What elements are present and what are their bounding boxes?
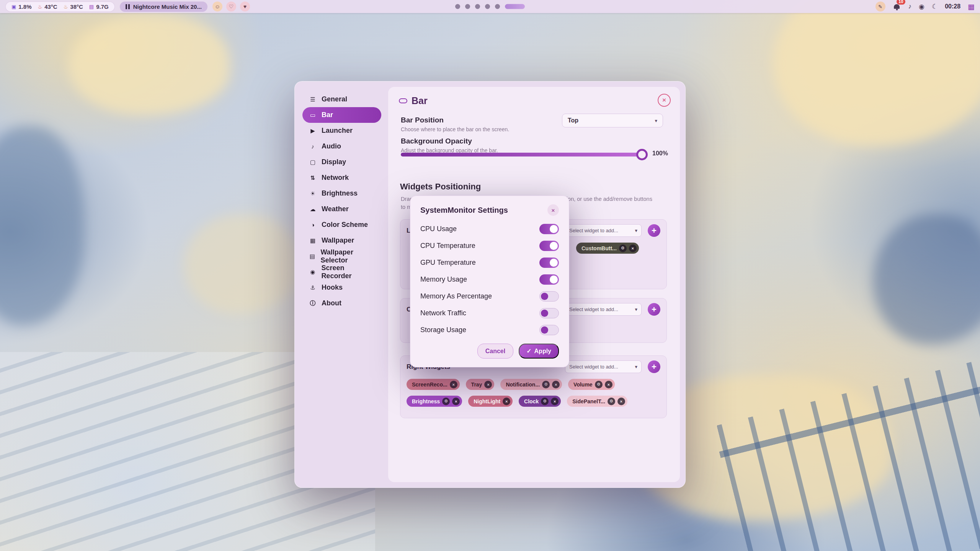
like-button[interactable]: ♥ — [240, 2, 250, 11]
volume-icon[interactable]: ♪ — [908, 3, 912, 10]
cancel-button[interactable]: Cancel — [477, 344, 513, 359]
workspace-dot[interactable] — [485, 4, 490, 9]
about-icon: ⓘ — [309, 300, 317, 307]
workspace-active-pill[interactable] — [505, 4, 525, 9]
sidebar-item-general[interactable]: ☰General — [302, 91, 381, 107]
widget-settings-icon[interactable]: ⚙ — [542, 381, 550, 388]
widget-remove-icon[interactable]: × — [629, 245, 637, 252]
toggle-memory-as-percentage[interactable] — [539, 291, 559, 302]
bar-position-value: Top — [568, 117, 578, 124]
workspace-dot[interactable] — [495, 4, 500, 9]
toggle-storage-usage[interactable] — [539, 325, 559, 335]
bell-icon — [894, 4, 900, 9]
add-widget-button[interactable]: + — [648, 224, 660, 237]
add-widget-placeholder: Select widget to add... — [569, 306, 618, 312]
bar-icon: ▭ — [309, 112, 317, 119]
cpu-usage-value: 1.8% — [18, 3, 31, 10]
sidebar-item-audio[interactable]: ♪Audio — [302, 139, 381, 154]
sidebar-item-weather[interactable]: ☁Weather — [302, 201, 381, 217]
sidebar-item-wallpaper-selector[interactable]: ▤Wallpaper Selector — [302, 248, 381, 264]
sidebar-item-label: Weather — [322, 205, 349, 213]
toggle-cpu-usage[interactable] — [539, 224, 559, 234]
sidebar-item-bar[interactable]: ▭Bar — [302, 107, 381, 123]
widget-chip-tray[interactable]: Tray× — [466, 379, 495, 390]
notifications-button[interactable]: 10 — [893, 2, 901, 11]
add-widget-dropdown[interactable]: Select widget to add...▾ — [565, 224, 642, 237]
widget-remove-icon[interactable]: × — [617, 398, 625, 405]
widget-remove-icon[interactable]: × — [605, 381, 612, 388]
widget-chip-clock[interactable]: Clock⚙× — [519, 396, 561, 407]
check-icon: ✓ — [526, 347, 531, 355]
modal-close-button[interactable]: × — [547, 204, 559, 216]
favorite-button[interactable]: ♡ — [226, 2, 236, 11]
sidebar-item-label: Audio — [322, 142, 341, 150]
sidebar-item-label: Bar — [322, 111, 333, 119]
sidebar-item-about[interactable]: ⓘAbout — [302, 295, 381, 311]
add-widget-dropdown[interactable]: Select widget to add...▾ — [565, 360, 642, 373]
widget-settings-icon[interactable]: ⚙ — [595, 381, 603, 388]
night-light-icon[interactable]: ☾ — [932, 3, 938, 11]
widget-settings-icon[interactable]: ⚙ — [442, 398, 450, 405]
sidebar-item-brightness[interactable]: ☀Brightness — [302, 186, 381, 201]
screenshot-icon[interactable]: ◉ — [919, 3, 924, 11]
toggle-gpu-temperature[interactable] — [539, 258, 559, 268]
workspace-dot[interactable] — [455, 4, 460, 9]
widget-chip-volume[interactable]: Volume⚙× — [568, 379, 615, 390]
background-opacity-slider[interactable] — [401, 153, 646, 156]
widget-settings-icon[interactable]: ⚙ — [541, 398, 549, 405]
widget-chip-custombutt[interactable]: CustomButt...⚙× — [576, 243, 639, 254]
widget-remove-icon[interactable]: × — [503, 398, 510, 405]
modal-title: SystemMonitor Settings — [420, 206, 508, 215]
sidebar-item-hooks[interactable]: ⚓Hooks — [302, 280, 381, 295]
sidebar-item-screen-recorder[interactable]: ◉Screen Recorder — [302, 264, 381, 280]
widget-chip-notification[interactable]: Notification...⚙× — [500, 379, 562, 390]
widget-chip-label: Clock — [524, 398, 539, 404]
network-icon: ⇅ — [309, 174, 317, 181]
sidebar-item-network[interactable]: ⇅Network — [302, 170, 381, 186]
sidebar-item-launcher[interactable]: ▶Launcher — [302, 123, 381, 139]
media-player-pill[interactable]: Nightcore Music Mix 20... — [120, 2, 207, 12]
toggle-row-cpu-temperature: CPU Temperature — [420, 237, 559, 254]
widget-chip-nightlight[interactable]: NightLight× — [468, 396, 513, 407]
sidebar-item-display[interactable]: ▢Display — [302, 154, 381, 170]
toggle-row-memory-usage: Memory Usage — [420, 271, 559, 288]
widget-chip-brightness[interactable]: Brightness⚙× — [407, 396, 462, 407]
add-widget-button[interactable]: + — [648, 360, 660, 373]
widget-remove-icon[interactable]: × — [551, 398, 559, 405]
widget-chip-screenreco[interactable]: ScreenReco...× — [407, 379, 460, 390]
toggle-label: Memory Usage — [420, 276, 467, 284]
system-monitor-modal: SystemMonitor Settings × CPU UsageCPU Te… — [410, 196, 569, 367]
bar-position-label: Bar Position — [401, 116, 444, 124]
sidebar-item-color-scheme[interactable]: ◑Color Scheme — [302, 217, 381, 233]
widget-remove-icon[interactable]: × — [452, 398, 460, 405]
workspace-dot[interactable] — [465, 4, 470, 9]
add-widget-button[interactable]: + — [648, 303, 660, 316]
widget-chip-sidepanelt[interactable]: SidePanelT...⚙× — [567, 396, 627, 407]
close-window-button[interactable]: × — [658, 94, 671, 107]
workspace-dot[interactable] — [475, 4, 480, 9]
color-scheme-icon: ◑ — [309, 222, 317, 228]
widget-settings-icon[interactable]: ⚙ — [619, 245, 627, 252]
toggle-label: CPU Usage — [420, 225, 457, 233]
toggle-memory-usage[interactable] — [539, 274, 559, 285]
toggle-network-traffic[interactable] — [539, 308, 559, 318]
slider-knob[interactable] — [636, 149, 648, 160]
cpu-usage-stat: ▣1.8% — [11, 3, 32, 10]
bar-position-dropdown[interactable]: Top ▾ — [562, 114, 663, 127]
edit-icon[interactable]: ✎ — [875, 2, 885, 11]
sliders-icon: ☰ — [309, 96, 317, 103]
sidebar-item-label: Wallpaper Selector — [321, 248, 375, 264]
apply-button[interactable]: ✓ Apply — [519, 344, 559, 359]
emoji-button[interactable]: ☺ — [212, 2, 222, 11]
add-widget-placeholder: Select widget to add... — [569, 228, 618, 233]
toggle-cpu-temperature[interactable] — [539, 241, 559, 251]
sidebar-item-wallpaper[interactable]: ▦Wallpaper — [302, 233, 381, 248]
chevron-down-icon: ▾ — [655, 118, 657, 124]
widget-remove-icon[interactable]: × — [552, 381, 560, 388]
apps-grid-icon[interactable]: ▦ — [968, 2, 975, 11]
widget-remove-icon[interactable]: × — [450, 381, 457, 388]
sidebar-item-label: Hooks — [322, 284, 343, 292]
add-widget-dropdown[interactable]: Select widget to add...▾ — [565, 303, 642, 316]
widget-remove-icon[interactable]: × — [484, 381, 492, 388]
widget-settings-icon[interactable]: ⚙ — [608, 398, 615, 405]
